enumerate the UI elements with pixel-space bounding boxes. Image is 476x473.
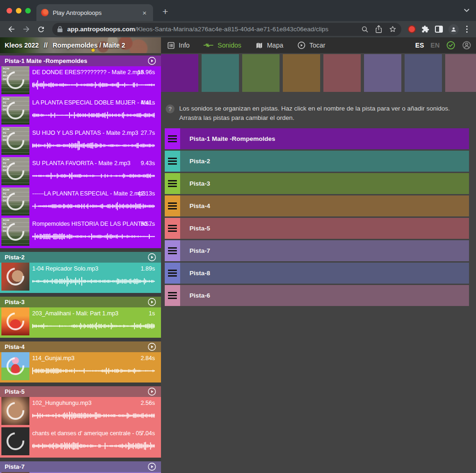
track-play-button[interactable] <box>147 342 156 351</box>
audio-clip[interactable]: ROM PE MOL DES SU PLANTA FAVORITA - Mait… <box>0 157 161 188</box>
tab-close-icon[interactable]: × <box>140 8 148 17</box>
waveform[interactable] <box>32 201 155 212</box>
track-name: Pista-1 Maite -Rompemoldes <box>5 57 87 64</box>
track-row[interactable]: Pista-2 <box>165 151 469 172</box>
audio-clip[interactable]: ROM PE MOL DES DE DONDE ERES???????? - M… <box>0 66 161 97</box>
browser-menu-icon[interactable] <box>464 26 470 33</box>
track-row[interactable]: Pista-8 <box>165 263 469 284</box>
audio-clip[interactable]: ROM PE MOL DES SU HIJO Y LAS PLANTAS - M… <box>0 127 161 157</box>
lang-en-button[interactable]: EN <box>431 42 440 49</box>
track-play-button[interactable] <box>147 462 156 471</box>
account-icon[interactable] <box>462 41 471 50</box>
drag-handle[interactable] <box>165 218 180 239</box>
breadcrumb-project[interactable]: Kleos 2022 <box>5 42 39 49</box>
track-header[interactable]: Pista-4 <box>0 341 161 352</box>
drag-handle[interactable] <box>165 285 180 306</box>
waveform[interactable] <box>32 410 155 421</box>
drag-handle[interactable] <box>165 195 180 216</box>
track-play-button[interactable] <box>147 253 156 262</box>
minimize-window-button[interactable] <box>16 8 21 14</box>
audio-clip[interactable]: 102_Hunguhungu.mp3 2.56s <box>0 397 161 427</box>
audio-clip[interactable]: 114_Gunjai.mp3 2.84s <box>0 352 161 383</box>
track-color-swatch[interactable] <box>202 54 239 92</box>
track-color-swatch[interactable] <box>323 54 361 92</box>
track-header[interactable]: Pista-1 Maite -Rompemoldes <box>0 56 161 66</box>
bookmark-star-icon[interactable] <box>389 25 397 33</box>
track-row[interactable]: Pista-1 Maite -Rompemoldes <box>165 128 469 149</box>
track-color-swatch[interactable] <box>445 54 476 92</box>
waveform[interactable] <box>32 170 155 181</box>
profile-avatar[interactable] <box>448 24 459 35</box>
track-name: Pista-7 <box>5 463 25 470</box>
extensions-puzzle-icon[interactable] <box>421 25 429 33</box>
audio-clip[interactable]: 203_Amalihani - Mali: Part 1.mp3 1s <box>0 307 161 338</box>
maximize-window-button[interactable] <box>25 8 31 14</box>
share-icon[interactable] <box>375 25 382 33</box>
map-photo-banner[interactable]: Kleos 2022 // Rompemoldes / Maite 2 <box>0 37 161 53</box>
url-bar[interactable]: app.antropoloops.com/Kleos-Santa-Marina/… <box>52 23 401 36</box>
track-color-swatch[interactable] <box>242 54 280 92</box>
track-row-label: Pista-5 <box>189 225 210 232</box>
track-play-button[interactable] <box>147 387 156 396</box>
nav-mapa[interactable]: Mapa <box>255 42 283 49</box>
toolbar-extensions <box>406 24 472 35</box>
lang-es-button[interactable]: ES <box>415 42 424 49</box>
thumb-overlay-text: ROM PE MOL DES <box>3 158 12 172</box>
audio-clip[interactable]: ROM PE MOL DES Rompemoldes HISTORIA DE L… <box>0 218 161 248</box>
waveform[interactable] <box>32 79 155 90</box>
track-header[interactable]: Pista-7 <box>0 461 161 472</box>
drag-handle[interactable] <box>165 240 180 261</box>
new-tab-button[interactable]: + <box>159 5 172 18</box>
track-color-swatch[interactable] <box>161 54 198 92</box>
waveform[interactable] <box>32 110 155 121</box>
audio-clip[interactable]: 1-04 Repicador Solo.mp3 1.89s <box>0 263 161 293</box>
clip-name: LA PLANTA ESPECIAL DOBLE MUJER - Mai... <box>32 99 155 106</box>
waveform[interactable] <box>32 320 155 332</box>
track-header[interactable]: Pista-3 <box>0 297 161 307</box>
waveform[interactable] <box>32 231 155 242</box>
clip-name: 1-04 Repicador Solo.mp3 <box>32 265 98 272</box>
track-row[interactable]: Pista-5 <box>165 218 469 239</box>
reload-button[interactable] <box>35 23 48 36</box>
drag-handle[interactable] <box>165 128 180 149</box>
clip-duration: 16.96s <box>137 69 155 76</box>
track-play-button[interactable] <box>147 298 156 306</box>
audio-clip[interactable]: chants et danses d' amerique centrale - … <box>0 427 161 458</box>
nav-sonidos[interactable]: Sonidos <box>203 42 241 49</box>
tab-strip: Play Antropoloops × + <box>0 0 476 21</box>
drag-handle[interactable] <box>165 151 180 172</box>
track-row[interactable]: Pista-6 <box>165 285 469 306</box>
track-play-button[interactable] <box>147 56 156 65</box>
track-row[interactable]: Pista-4 <box>165 195 469 216</box>
browser-tab[interactable]: Play Antropoloops × <box>36 4 153 21</box>
loop-ring-icon <box>3 398 28 424</box>
waveform[interactable] <box>32 140 155 151</box>
nav-tocar[interactable]: Tocar <box>297 41 325 49</box>
grip-icon <box>168 135 177 142</box>
track-color-swatch[interactable] <box>283 54 320 92</box>
record-extension-icon[interactable] <box>408 25 416 33</box>
audio-clip[interactable]: ROM PE MOL DES LA PLANTA ESPECIAL DOBLE … <box>0 97 161 127</box>
waveform[interactable] <box>32 440 155 452</box>
drag-handle[interactable] <box>165 173 180 194</box>
drag-handle[interactable] <box>165 263 180 284</box>
zoom-icon[interactable] <box>361 26 369 33</box>
breadcrumb-section[interactable]: Rompemoldes / Maite 2 <box>53 42 126 49</box>
track-row[interactable]: Pista-7 <box>165 240 469 261</box>
track-row[interactable]: Pista-3 <box>165 173 469 194</box>
waveform[interactable] <box>32 365 155 376</box>
close-window-button[interactable] <box>7 8 12 14</box>
side-panel-icon[interactable] <box>435 26 443 33</box>
clip-thumbnail: ROM PE MOL DES <box>1 66 29 94</box>
track-header[interactable]: Pista-5 <box>0 386 161 397</box>
track-color-swatch[interactable] <box>405 54 442 92</box>
forward-button[interactable] <box>20 23 33 36</box>
waveform[interactable] <box>32 276 155 287</box>
saved-check-icon[interactable] <box>446 41 455 50</box>
back-button[interactable] <box>5 23 18 36</box>
nav-info[interactable]: Info <box>167 42 189 49</box>
audio-clip[interactable]: ROM PE MOL DES ------LA PLANNTA ESPECIAL… <box>0 188 161 218</box>
track-header[interactable]: Pista-2 <box>0 252 161 263</box>
tab-search-chevron-icon[interactable] <box>463 7 470 14</box>
track-color-swatch[interactable] <box>364 54 401 92</box>
